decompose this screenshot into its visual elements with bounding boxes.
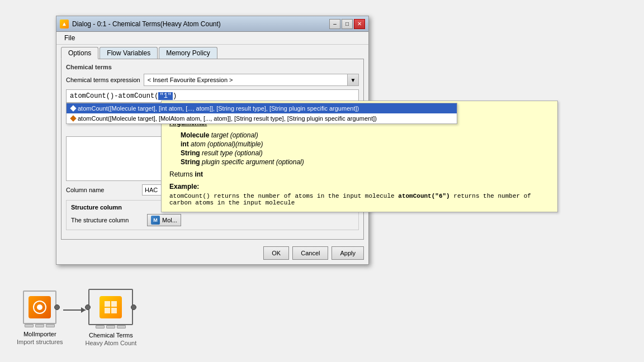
dialog-icon: ▲ xyxy=(60,20,69,28)
svg-rect-3 xyxy=(111,301,117,307)
autocomplete-label-2: atomCount([Molecule target], [MolAtom at… xyxy=(78,115,377,122)
chem-port-left xyxy=(85,304,91,310)
tab-memory-policy[interactable]: Memory Policy xyxy=(159,47,217,59)
close-button[interactable]: ✕ xyxy=(354,19,365,29)
expression-prefix: atomCount()-atomCount( xyxy=(70,92,158,100)
file-menu[interactable]: File xyxy=(61,33,78,43)
svg-rect-4 xyxy=(105,308,110,313)
autocomplete-label-1: atomCount([Molecule target], [int atom, … xyxy=(78,105,359,112)
mol-button-label: Mol... xyxy=(162,217,177,223)
chem-icon-svg xyxy=(103,300,118,315)
structure-row-label: The structure column xyxy=(71,217,144,223)
workflow-section: MolImporter Import structures xyxy=(17,289,136,351)
mol-button[interactable]: M Mol... xyxy=(147,214,181,226)
mol-importer-top-label: MolImporter xyxy=(23,331,56,337)
cancel-button[interactable]: Cancel xyxy=(292,246,328,260)
chemical-terms-top-label: Chemical Terms xyxy=(89,332,133,339)
port-2 xyxy=(35,324,44,327)
tab-options[interactable]: Options xyxy=(61,47,98,59)
chem-port-2 xyxy=(106,325,115,328)
mol-importer-icon xyxy=(29,296,51,318)
chem-port-1 xyxy=(96,325,105,328)
column-name-label: Column name xyxy=(66,187,139,193)
maximize-button[interactable]: □ xyxy=(342,19,353,29)
expression-suffix: ) xyxy=(173,92,177,100)
doc-example-code-inline: atomCount("6") xyxy=(398,193,449,199)
menu-bar: File xyxy=(56,32,368,45)
apply-button[interactable]: Apply xyxy=(332,246,364,260)
chemical-terms-box[interactable] xyxy=(88,289,133,325)
doc-arg-3: String result type (optional) xyxy=(181,149,550,157)
doc-example-code: atomCount() returns the number of atoms … xyxy=(169,193,550,206)
doc-example-text: atomCount() returns the number of atoms … xyxy=(169,193,398,199)
doc-arg-name-2: int xyxy=(181,140,191,148)
chemical-terms-sub-label: Heavy Atom Count xyxy=(86,340,137,346)
dialog-titlebar: ▲ Dialog - 0:1 - Chemical Terms(Heavy At… xyxy=(56,16,368,32)
ok-button[interactable]: OK xyxy=(263,246,289,260)
mol-importer-box[interactable] xyxy=(23,290,56,324)
autocomplete-item-1[interactable]: atomCount([Molecule target], [int atom, … xyxy=(67,103,457,113)
autocomplete-item-2[interactable]: atomCount([Molecule target], [MolAtom at… xyxy=(67,113,457,123)
expression-dropdown[interactable]: < Insert Favourite Expression > xyxy=(144,74,348,86)
doc-example-label: Example: xyxy=(169,183,550,190)
doc-arg-type-3: result type (optional) xyxy=(202,149,263,157)
port-1 xyxy=(25,324,34,327)
chemical-terms-node: Chemical Terms Heavy Atom Count xyxy=(86,289,137,346)
structure-row: The structure column M Mol... xyxy=(71,214,354,226)
doc-returns-type: int xyxy=(195,170,203,178)
dialog-title: Dialog - 0:1 - Chemical Terms(Heavy Atom… xyxy=(72,20,221,28)
tab-flow-variables[interactable]: Flow Variables xyxy=(100,47,158,59)
mol-importer-port-right xyxy=(54,304,60,310)
titlebar-left: ▲ Dialog - 0:1 - Chemical Terms(Heavy At… xyxy=(60,20,221,28)
doc-arg-type-2: atom (optional)(multiple) xyxy=(191,140,263,148)
mol-icon-svg xyxy=(32,300,47,315)
doc-arg-name-4: String xyxy=(181,158,202,166)
mol-importer-sub-label: Import structures xyxy=(17,339,63,345)
chem-port-right xyxy=(131,304,136,310)
svg-point-1 xyxy=(37,304,42,310)
chem-port-3 xyxy=(117,325,126,328)
mol-icon: M xyxy=(151,216,160,225)
chem-ports-bottom xyxy=(96,325,126,328)
expression-row: Chemical terms expression < Insert Favou… xyxy=(66,74,359,86)
dialog-footer: OK Cancel Apply xyxy=(56,244,368,264)
doc-arg-1: Molecule target (optional) xyxy=(181,131,550,139)
diamond-icon-2 xyxy=(70,115,76,121)
chemical-terms-section-label: Chemical terms xyxy=(66,64,359,70)
doc-returns-label: Returns xyxy=(169,170,193,178)
autocomplete-list: atomCount([Molecule target], [int atom, … xyxy=(66,103,457,124)
doc-arg-name-3: String xyxy=(181,149,202,157)
mol-importer-ports-bottom xyxy=(25,324,55,327)
connector-line xyxy=(63,309,86,311)
expression-label: Chemical terms expression xyxy=(66,77,140,83)
doc-args-list: Molecule target (optional) int atom (opt… xyxy=(169,131,550,166)
doc-arg-type-4: plugin specific argument (optional) xyxy=(202,158,304,166)
titlebar-buttons: – □ ✕ xyxy=(329,19,365,29)
svg-rect-2 xyxy=(105,301,110,307)
minimize-button[interactable]: – xyxy=(329,19,340,29)
workflow-nodes-row: MolImporter Import structures xyxy=(17,289,136,346)
diamond-icon-1 xyxy=(70,105,76,111)
port-3 xyxy=(46,324,55,327)
expression-dropdown-wrapper: < Insert Favourite Expression > ▼ xyxy=(144,74,359,86)
doc-arg-4: String plugin specific argument (optiona… xyxy=(181,158,550,166)
connector-wrapper xyxy=(63,309,86,311)
expression-dropdown-value: < Insert Favourite Expression > xyxy=(148,77,233,83)
expression-dropdown-arrow[interactable]: ▼ xyxy=(348,74,359,86)
doc-arg-name-1: Molecule xyxy=(181,131,211,139)
doc-arg-type-1: target (optional) xyxy=(211,131,258,139)
expression-highlighted: "1" xyxy=(158,92,173,100)
connector-arrow xyxy=(81,307,86,313)
chemical-terms-icon xyxy=(100,296,122,318)
mol-importer-node: MolImporter Import structures xyxy=(17,290,63,345)
svg-rect-5 xyxy=(111,308,117,313)
doc-arg-2: int atom (optional)(multiple) xyxy=(181,140,550,148)
doc-returns: Returns int xyxy=(169,170,550,178)
tabs-bar: Options Flow Variables Memory Policy xyxy=(56,45,368,59)
